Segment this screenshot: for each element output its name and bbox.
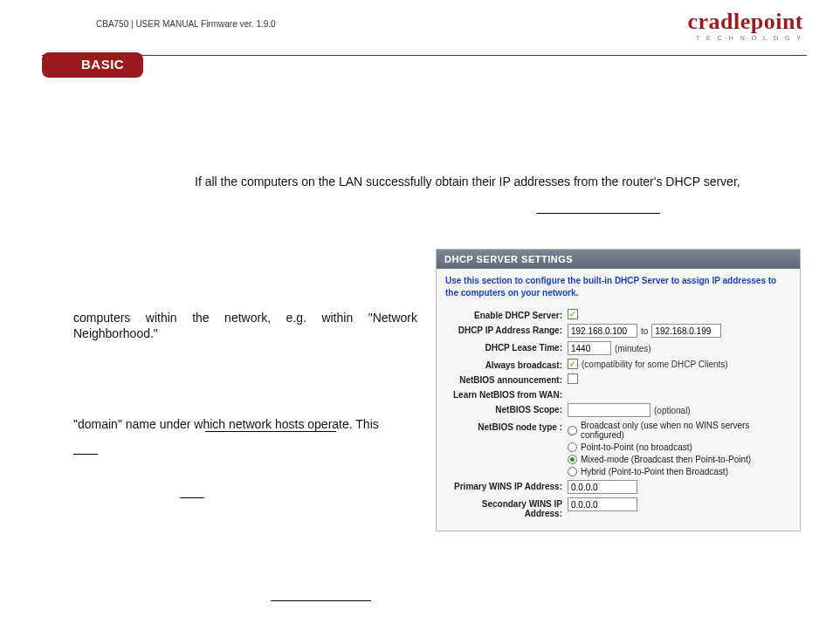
label-always-broadcast: Always broadcast: — [444, 359, 568, 370]
section-tab-basic: BASIC — [42, 52, 143, 78]
body-paragraph-2: computers within the network, e.g. withi… — [73, 311, 417, 341]
row-learn-netbios: Learn NetBIOS from WAN: — [444, 388, 793, 400]
netbios-scope-hint: (optional) — [654, 406, 691, 415]
row-always-broadcast: Always broadcast: ✓ (compatibility for s… — [444, 359, 793, 370]
label-primary-wins: Primary WINS IP Address: — [444, 480, 568, 491]
radio-broadcast-only[interactable]: Broadcast only (use when no WINS servers… — [568, 421, 793, 440]
radio-label: Mixed-mode (Broadcast then Point-to-Poin… — [581, 455, 751, 464]
input-netbios-scope[interactable] — [568, 403, 651, 417]
underline-fragment — [180, 497, 204, 498]
always-broadcast-hint: (compatibility for some DHCP Clients) — [582, 360, 728, 369]
dhcp-settings-panel: DHCP SERVER SETTINGS Use this section to… — [436, 249, 801, 531]
label-netbios-announcement: NetBIOS announcement: — [444, 373, 568, 385]
brand-logo: cradlepoint T E C H N O L O G Y — [687, 10, 803, 41]
label-netbios-scope: NetBIOS Scope: — [444, 403, 568, 414]
label-netbios-node-type: NetBIOS node type : — [444, 421, 568, 432]
radio-label: Hybrid (Point-to-Point then Broadcast) — [581, 467, 728, 476]
row-enable-dhcp: Enable DHCP Server: ✓ — [444, 309, 793, 320]
body-paragraph-3: "domain" name under which network hosts … — [73, 417, 417, 433]
input-primary-wins[interactable] — [568, 480, 637, 494]
label-enable-dhcp: Enable DHCP Server: — [444, 309, 568, 320]
brand-tagline: T E C H N O L O G Y — [687, 35, 803, 41]
header-divider — [42, 55, 807, 56]
row-secondary-wins: Secondary WINS IP Address: — [444, 497, 793, 518]
dhcp-form: Enable DHCP Server: ✓ DHCP IP Address Ra… — [437, 304, 800, 531]
label-ip-range: DHCP IP Address Range: — [444, 324, 568, 335]
radio-hybrid[interactable]: Hybrid (Point-to-Point then Broadcast) — [568, 467, 793, 476]
lease-unit: (minutes) — [615, 344, 651, 353]
input-ip-range-from[interactable] — [568, 324, 637, 338]
row-netbios-announcement: NetBIOS announcement: — [444, 373, 793, 385]
checkbox-enable-dhcp[interactable]: ✓ — [568, 309, 578, 319]
row-lease-time: DHCP Lease Time: (minutes) — [444, 341, 793, 355]
panel-description: Use this section to configure the built-… — [437, 269, 800, 304]
brand-name: cradlepoint — [687, 10, 803, 33]
radio-label: Point-to-Point (no broadcast) — [581, 442, 692, 452]
underline-fragment — [271, 600, 371, 601]
row-ip-range: DHCP IP Address Range: to — [444, 324, 793, 338]
body-paragraph-1: If all the computers on the LAN successf… — [195, 175, 740, 188]
radio-mixed-mode[interactable]: Mixed-mode (Broadcast then Point-to-Poin… — [568, 455, 793, 464]
row-primary-wins: Primary WINS IP Address: — [444, 480, 793, 494]
input-lease-time[interactable] — [568, 341, 611, 355]
input-ip-range-to[interactable] — [651, 324, 721, 338]
row-netbios-scope: NetBIOS Scope: (optional) — [444, 403, 793, 417]
radio-point-to-point[interactable]: Point-to-Point (no broadcast) — [568, 442, 793, 452]
label-learn-netbios: Learn NetBIOS from WAN: — [444, 388, 568, 400]
checkbox-netbios-announcement[interactable] — [568, 373, 578, 384]
manual-version-line: CBA750 | USER MANUAL Firmware ver. 1.9.0 — [96, 19, 276, 29]
ip-range-separator: to — [641, 326, 648, 336]
row-netbios-node-type: NetBIOS node type : Broadcast only (use … — [444, 421, 793, 476]
panel-title: DHCP SERVER SETTINGS — [437, 250, 800, 269]
underline-fragment — [205, 431, 336, 432]
label-secondary-wins: Secondary WINS IP Address: — [444, 497, 568, 518]
underline-fragment — [536, 213, 660, 214]
checkbox-always-broadcast[interactable]: ✓ — [568, 359, 578, 369]
label-lease-time: DHCP Lease Time: — [444, 341, 568, 353]
radio-label: Broadcast only (use when no WINS servers… — [581, 421, 793, 440]
input-secondary-wins[interactable] — [568, 497, 637, 511]
underline-fragment — [73, 454, 98, 455]
